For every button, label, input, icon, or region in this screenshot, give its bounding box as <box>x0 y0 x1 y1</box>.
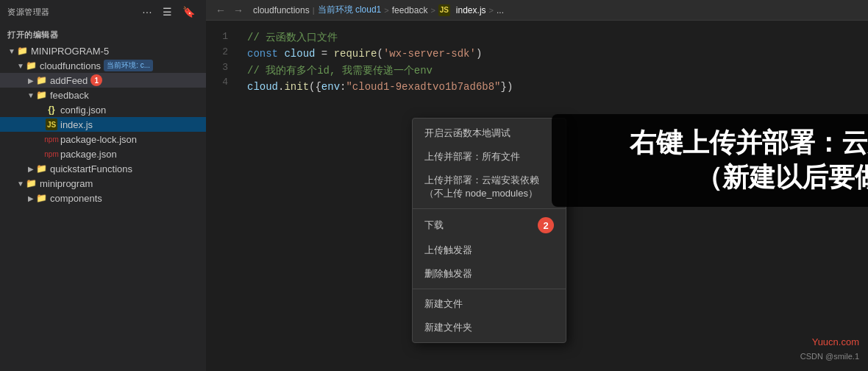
miniprogram-folder[interactable]: ▼ 📁 miniprogram <box>0 176 206 191</box>
menu-upload-all[interactable]: 上传并部署：所有文件 <box>413 145 566 169</box>
watermark-author: CSDN @smile.1 <box>800 352 859 361</box>
more-icon[interactable]: ··· <box>140 4 155 19</box>
addfeed-folder-icon: 📁 <box>35 74 47 86</box>
arrow-components: ▶ <box>26 194 35 202</box>
env-badge: 当前环境: c... <box>104 60 153 71</box>
code-line-2: const cloud = require('wx-server-sdk') <box>247 46 856 62</box>
miniprogram-label: miniprogram <box>40 178 93 189</box>
package-json-label: package.json <box>60 149 117 160</box>
bookmark-icon[interactable]: 🔖 <box>179 4 199 19</box>
feedback-label: feedback <box>50 90 89 101</box>
project-root[interactable]: ▼ 📁 MINIPROGRAM-5 <box>0 43 206 58</box>
feedback-folder-icon: 📁 <box>35 89 47 101</box>
editor-area: ← → cloudfunctions | 当前环境 cloud1 > feedb… <box>206 0 868 371</box>
arrow-quickstart: ▶ <box>26 165 35 173</box>
file-tree: 打开的编辑器 ▼ 📁 MINIPROGRAM-5 ▼ 📁 cloudfuncti… <box>0 24 206 371</box>
menu-sep1 <box>413 208 566 209</box>
watermark-site: Yuucn.com <box>812 336 859 347</box>
project-label: MINIPROGRAM-5 <box>31 46 109 57</box>
index-js-label: index.js <box>60 119 93 130</box>
sidebar-title: 资源管理器 <box>7 7 50 18</box>
cloudfunctions-label: cloudfunctions <box>40 60 101 71</box>
context-menu: 开启云函数本地调试 上传并部署：所有文件 上传并部署：云端安装依赖（不上传 no… <box>412 118 566 343</box>
menu-new-folder[interactable]: 新建文件夹 <box>413 316 566 339</box>
sep3: > <box>430 6 435 15</box>
line-num-2: 2 <box>206 45 228 60</box>
menu-download-badge: 2 <box>538 217 554 233</box>
menu-upload-cloud[interactable]: 上传并部署：云端安装依赖（不上传 node_modules） <box>413 169 566 205</box>
breadcrumb-cloudfunctions[interactable]: cloudfunctions <box>253 5 310 15</box>
addfeed-badge: 1 <box>90 74 102 86</box>
list-icon[interactable]: ☰ <box>160 4 176 19</box>
annotation-overlay: 右键上传并部署：云安装依赖（新建以后要做） <box>552 114 868 207</box>
config-json-file[interactable]: ▶ {} config.json <box>0 102 206 117</box>
config-json-label: config.json <box>60 105 106 116</box>
package-lock-file[interactable]: ▶ npm package-lock.json <box>0 132 206 146</box>
code-line-4: cloud.init({env:"cloud1-9exadtvo1b7ad6b8… <box>247 79 856 95</box>
sep4: > <box>489 6 494 15</box>
quickstart-folder[interactable]: ▶ 📁 quickstartFunctions <box>0 161 206 176</box>
components-label: components <box>50 193 102 204</box>
open-editors-label: 打开的编辑器 <box>0 24 206 43</box>
menu-delete-trigger[interactable]: 删除触发器 <box>413 262 566 286</box>
menu-sep2 <box>413 289 566 289</box>
addfeed-label: addFeed <box>50 75 88 86</box>
line-num-4: 4 <box>206 75 228 91</box>
arrow-cloudfunctions: ▼ <box>16 62 25 70</box>
menu-download[interactable]: 下载 2 <box>413 212 566 239</box>
sidebar-header: 资源管理器 ··· ☰ 🔖 <box>0 0 206 24</box>
breadcrumb-feedback[interactable]: feedback <box>392 5 428 15</box>
quickstart-folder-icon: 📁 <box>35 163 47 174</box>
sep1: | <box>313 6 315 15</box>
nav-back-btn[interactable]: ← <box>213 4 228 17</box>
package-lock-label: package-lock.json <box>60 134 137 145</box>
package-json-icon: npm <box>46 148 57 160</box>
index-js-file[interactable]: ▶ JS index.js <box>0 117 206 132</box>
line-num-3: 3 <box>206 60 228 76</box>
arrow-miniprogram5: ▼ <box>7 47 16 55</box>
arrow-feedback: ▼ <box>26 91 35 99</box>
config-json-icon: {} <box>46 104 57 116</box>
sidebar: 资源管理器 ··· ☰ 🔖 打开的编辑器 ▼ 📁 MINIPROGRAM-5 ▼… <box>0 0 206 371</box>
quickstart-label: quickstartFunctions <box>50 163 132 174</box>
cloudfunctions-folder-icon: 📁 <box>25 60 37 71</box>
code-line-3: // 我的有多个id, 我需要传递一个env <box>247 63 856 79</box>
components-folder-icon: 📁 <box>35 192 47 204</box>
project-folder-icon: 📁 <box>16 45 28 57</box>
breadcrumb-more: ... <box>497 5 504 15</box>
code-line-1: // 云函数入口文件 <box>247 29 856 46</box>
annotation-text: 右键上传并部署：云安装依赖（新建以后要做） <box>569 126 868 195</box>
breadcrumb-indexjs[interactable]: index.js <box>456 5 486 15</box>
line-num-1: 1 <box>206 29 228 45</box>
menu-new-file[interactable]: 新建文件 <box>413 292 566 316</box>
menu-local-debug[interactable]: 开启云函数本地调试 <box>413 121 566 145</box>
line-numbers: 1 2 3 4 <box>206 21 235 371</box>
arrow-miniprogram: ▼ <box>16 180 25 188</box>
breadcrumb-bar: ← → cloudfunctions | 当前环境 cloud1 > feedb… <box>206 0 868 21</box>
miniprogram-folder-icon: 📁 <box>25 177 37 189</box>
breadcrumb-js-icon: JS <box>438 4 450 16</box>
package-json-file[interactable]: ▶ npm package.json <box>0 146 206 161</box>
package-lock-icon: npm <box>46 133 57 145</box>
arrow-addfeed: ▶ <box>26 77 35 85</box>
sidebar-header-icons: ··· ☰ 🔖 <box>140 4 199 19</box>
menu-upload-trigger[interactable]: 上传触发器 <box>413 239 566 262</box>
addfeed-folder[interactable]: ▶ 📁 addFeed 1 <box>0 73 206 88</box>
breadcrumb-nav: ← → <box>213 4 246 17</box>
components-folder[interactable]: ▶ 📁 components <box>0 191 206 205</box>
index-js-icon: JS <box>46 119 57 130</box>
feedback-folder[interactable]: ▼ 📁 feedback <box>0 88 206 102</box>
cloudfunctions-folder[interactable]: ▼ 📁 cloudfunctions 当前环境: c... <box>0 58 206 73</box>
sep2: > <box>384 6 388 15</box>
nav-forward-btn[interactable]: → <box>231 4 246 17</box>
breadcrumb-env: 当前环境 cloud1 <box>318 4 382 16</box>
